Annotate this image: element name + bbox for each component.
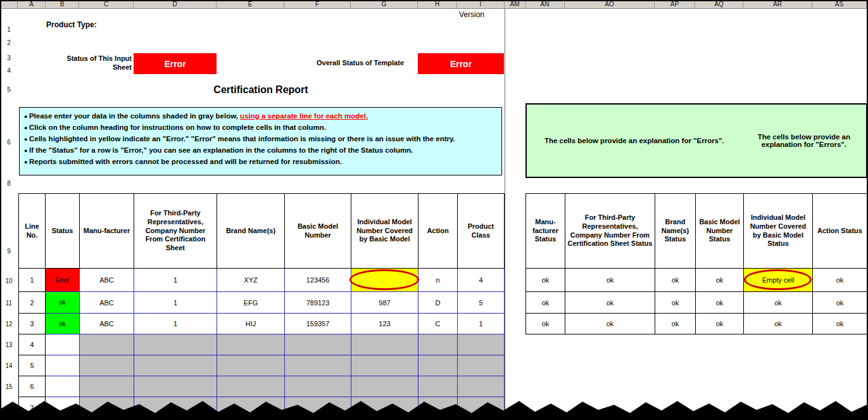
cell-status[interactable]: ok bbox=[46, 314, 80, 334]
cell-company-number-empty[interactable] bbox=[134, 355, 217, 376]
cell-basic-model-status[interactable]: ok bbox=[696, 269, 744, 292]
cell-line-no[interactable]: 4 bbox=[19, 334, 46, 355]
cell-company-number[interactable]: 1 bbox=[134, 269, 217, 292]
cell-individual-model-status[interactable]: ok bbox=[744, 292, 813, 314]
row-number-9[interactable]: 9 bbox=[1, 247, 17, 255]
cell-action[interactable]: C bbox=[418, 314, 458, 334]
cell-product-class[interactable]: 5 bbox=[458, 292, 505, 314]
cell-manufacturer[interactable]: ABC bbox=[80, 292, 134, 314]
cell-basic-model-empty[interactable] bbox=[285, 355, 351, 376]
cell-company-number-status[interactable]: ok bbox=[565, 292, 655, 314]
column-letter-I[interactable]: I bbox=[457, 0, 505, 8]
cell-basic-model[interactable]: 159357 bbox=[285, 314, 351, 334]
col-header-manufacturer[interactable]: Manu-facturer bbox=[80, 194, 134, 269]
cell-company-number-status[interactable]: ok bbox=[565, 314, 655, 334]
cell-individual-model-empty[interactable] bbox=[351, 355, 418, 376]
cell-brand-name-empty[interactable] bbox=[217, 355, 285, 376]
cell-manufacturer-empty[interactable] bbox=[80, 355, 134, 376]
col-header-brand-name[interactable]: Brand Name(s) bbox=[217, 194, 285, 269]
column-letter-E[interactable]: E bbox=[217, 0, 284, 8]
col-header-product-class[interactable]: Product Class bbox=[458, 194, 505, 269]
column-letter-H[interactable]: H bbox=[418, 0, 457, 8]
column-letter-A[interactable]: A bbox=[18, 0, 46, 8]
cell-basic-model-status[interactable]: ok bbox=[696, 292, 744, 314]
cell-manufacturer[interactable]: ABC bbox=[80, 314, 134, 334]
cell-action-empty[interactable] bbox=[418, 334, 458, 355]
cell-status[interactable] bbox=[46, 355, 80, 376]
cell-brand-name-status[interactable]: ok bbox=[655, 292, 696, 314]
cell-individual-model-empty[interactable] bbox=[351, 334, 418, 355]
row-number-1[interactable]: 1 bbox=[1, 25, 17, 34]
column-letter-AN[interactable]: AN bbox=[525, 0, 565, 8]
column-letter-AR[interactable]: AR bbox=[743, 0, 812, 8]
column-letter-D[interactable]: D bbox=[134, 0, 217, 8]
cell-manufacturer-status[interactable]: ok bbox=[526, 269, 565, 292]
cell-manufacturer-empty[interactable] bbox=[80, 334, 134, 355]
row-number-6[interactable]: 6 bbox=[1, 138, 17, 146]
overall-status-cell[interactable]: Error bbox=[418, 53, 504, 74]
col-header-individual-model[interactable]: Individual Model Number Covered by Basic… bbox=[351, 194, 418, 269]
cell-line-no[interactable]: 3 bbox=[19, 314, 46, 334]
input-sheet-status-cell[interactable]: Error bbox=[134, 53, 217, 74]
cell-brand-name[interactable]: EFG bbox=[217, 292, 285, 314]
cell-line-no[interactable]: 1 bbox=[19, 269, 46, 292]
column-letter-F[interactable]: F bbox=[284, 0, 351, 8]
row-number-14[interactable]: 14 bbox=[1, 362, 17, 370]
cell-brand-name[interactable]: XYZ bbox=[217, 269, 285, 292]
cell-action-status[interactable]: ok bbox=[813, 269, 867, 292]
cell-product-class[interactable]: 4 bbox=[458, 269, 505, 292]
col-header-basic-model[interactable]: Basic Model Number bbox=[285, 194, 351, 269]
row-number-10[interactable]: 10 bbox=[1, 277, 17, 285]
column-letter-B[interactable]: B bbox=[46, 0, 79, 8]
col-header-action-status[interactable]: Action Status bbox=[813, 194, 867, 269]
col-header-action[interactable]: Action bbox=[418, 194, 458, 269]
column-letter-C[interactable]: C bbox=[79, 0, 134, 8]
cell-company-number-empty[interactable] bbox=[134, 334, 217, 355]
row-number-13[interactable]: 13 bbox=[1, 341, 17, 349]
row-number-11[interactable]: 11 bbox=[1, 299, 17, 307]
cell-action[interactable]: D bbox=[418, 292, 458, 314]
row-number-8[interactable]: 8 bbox=[1, 179, 17, 188]
cell-action-status[interactable]: ok bbox=[813, 314, 867, 334]
row-number-15[interactable]: 15 bbox=[1, 383, 17, 391]
cell-line-no[interactable]: 2 bbox=[19, 292, 46, 314]
col-header-company-number-status[interactable]: For Third-Party Representatives, Company… bbox=[565, 194, 655, 269]
column-letter-G[interactable]: G bbox=[351, 0, 418, 8]
col-header-basic-model-status[interactable]: Basic Model Number Status bbox=[696, 194, 744, 269]
cell-manufacturer-status[interactable]: ok bbox=[526, 292, 565, 314]
cell-product-class-empty[interactable] bbox=[458, 355, 505, 376]
cell-product-class-empty[interactable] bbox=[458, 334, 505, 355]
cell-manufacturer[interactable]: ABC bbox=[80, 269, 134, 292]
cell-status[interactable]: ok bbox=[46, 292, 80, 314]
cell-manufacturer-status[interactable]: ok bbox=[526, 314, 565, 334]
column-letter-AO[interactable]: AO bbox=[565, 0, 655, 8]
column-letter-AS[interactable]: AS bbox=[812, 0, 867, 8]
cell-basic-model[interactable]: 123456 bbox=[285, 269, 351, 292]
row-number-12[interactable]: 12 bbox=[1, 320, 17, 328]
cell-line-no[interactable]: 5 bbox=[19, 355, 46, 376]
cell-company-number-status[interactable]: ok bbox=[565, 269, 655, 292]
col-header-brand-name-status[interactable]: Brand Name(s) Status bbox=[655, 194, 696, 269]
column-letter-AQ[interactable]: AQ bbox=[695, 0, 743, 8]
cell-brand-name[interactable]: HIJ bbox=[217, 314, 285, 334]
cell-status[interactable] bbox=[46, 334, 80, 355]
col-header-individual-model-status[interactable]: Individual Model Number Covered by Basic… bbox=[744, 194, 813, 269]
row-number-3[interactable]: 3 bbox=[1, 54, 17, 62]
cell-action-status[interactable]: ok bbox=[813, 292, 867, 314]
col-header-status[interactable]: Status bbox=[46, 194, 80, 269]
cell-basic-model-status[interactable]: ok bbox=[696, 314, 744, 334]
column-letter-AP[interactable]: AP bbox=[655, 0, 695, 8]
cell-action[interactable]: n bbox=[418, 269, 458, 292]
cell-status[interactable]: Error bbox=[46, 269, 80, 292]
cell-brand-name-empty[interactable] bbox=[217, 334, 285, 355]
row-number-2[interactable]: 2 bbox=[1, 39, 17, 47]
cell-action-empty[interactable] bbox=[418, 355, 458, 376]
row-number-4[interactable]: 4 bbox=[1, 67, 17, 75]
col-header-company-number[interactable]: For Third-Party Representatives, Company… bbox=[134, 194, 217, 269]
col-header-manufacturer-status[interactable]: Manu-facturer Status bbox=[526, 194, 565, 269]
cell-individual-model[interactable]: 987 bbox=[351, 292, 418, 314]
cell-product-class[interactable]: 1 bbox=[458, 314, 505, 334]
column-letter-AM[interactable]: AM bbox=[505, 0, 525, 8]
col-header-line-no[interactable]: Line No. bbox=[19, 194, 46, 269]
cell-company-number[interactable]: 1 bbox=[134, 292, 217, 314]
